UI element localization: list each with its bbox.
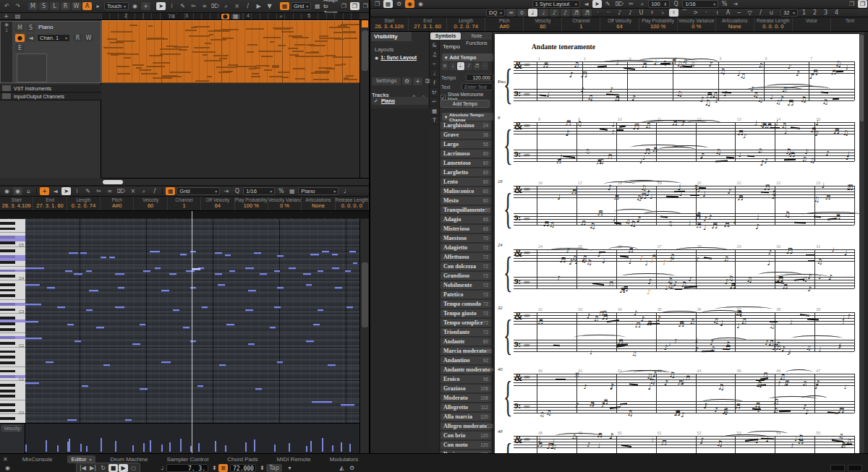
track-visibility-row[interactable]: ✓ Piano [372, 97, 428, 105]
info-field-off-velocity[interactable]: Off Velocity64 [600, 17, 639, 31]
tempo-preset-largo[interactable]: Largo56 [441, 140, 491, 148]
tempo-preset-adagietto[interactable]: Adagietto72 [441, 244, 491, 252]
tempo-preset-con-dolcezza[interactable]: Con dolcezza72 [441, 262, 491, 270]
info-field-articulations[interactable]: ArticulationsNone [716, 17, 754, 31]
midi-note[interactable] [306, 340, 314, 343]
symbol-category-icon-7[interactable]: ▦ [430, 106, 439, 116]
tempo-preset-tranquillamente[interactable]: Tranquillamente60 [441, 206, 491, 214]
info-field-play-probability[interactable]: Play Probability100 % [639, 17, 678, 31]
folder-track-input-output-channels[interactable]: Input/Output Channels [0, 93, 101, 100]
ruler-zoom-icon[interactable]: ⌕ [276, 14, 286, 20]
track-name[interactable]: Piano [38, 24, 53, 30]
black-key[interactable] [0, 356, 15, 359]
midi-note[interactable] [140, 324, 145, 326]
zone-toggle-2[interactable]: ❐ [858, 0, 867, 8]
velocity-bar[interactable] [57, 445, 59, 452]
midi-note[interactable] [86, 270, 92, 273]
velocity-bar[interactable] [310, 441, 312, 452]
velocity-bar[interactable] [198, 443, 200, 452]
project-vscrollbar[interactable] [359, 20, 369, 178]
midi-note[interactable] [169, 273, 176, 275]
midi-note[interactable] [274, 270, 280, 273]
velocity-bar[interactable] [254, 439, 255, 452]
track-read-button[interactable]: R [73, 34, 82, 42]
voice-button-1[interactable]: 1 [799, 9, 809, 17]
midi-note[interactable] [260, 273, 267, 275]
midi-note[interactable] [65, 270, 72, 273]
midi-note[interactable] [74, 273, 82, 275]
check-icon[interactable]: ✓ [374, 98, 378, 104]
info-field-end[interactable]: End27. 3. 1. 60 [409, 17, 447, 31]
tempo-preset-maestoso[interactable]: Maestoso70 [441, 234, 491, 242]
dot-button-0[interactable]: · [593, 9, 603, 17]
velocity-spinner[interactable]: 100⬍ [648, 0, 670, 8]
velocity-bar[interactable] [101, 438, 102, 452]
midi-note[interactable] [101, 257, 106, 259]
grid-type-dropdown[interactable]: Grid▾ [176, 187, 220, 195]
selected-note-glyph[interactable]: ♪ [639, 255, 644, 262]
midi-note[interactable] [274, 306, 281, 309]
symbol-category-icon-4[interactable]: f [430, 78, 439, 87]
articulation-button-1[interactable]: > [691, 9, 700, 17]
selected-note-glyph[interactable]: ♪ [663, 259, 667, 266]
black-key[interactable] [0, 403, 15, 406]
absolute-tempo-header[interactable]: ▾Absolute Tempo Change [442, 113, 493, 121]
midi-note[interactable] [25, 382, 39, 385]
add-tempo-header[interactable]: ▾Add Tempo [442, 53, 493, 61]
info-field-length[interactable]: Length0. 2. 0. 74 [67, 197, 101, 210]
midi-note[interactable] [82, 385, 88, 387]
cut-tool[interactable]: ✂ [94, 187, 103, 195]
velocity-bar[interactable] [274, 445, 276, 452]
grace-note-button-2[interactable]: U [637, 9, 646, 17]
midi-note[interactable] [353, 262, 357, 265]
info-field-pitch[interactable]: PitchA#0 [101, 197, 134, 210]
grace-note-button-1[interactable]: ♪ [626, 9, 635, 17]
velocity-bar[interactable] [25, 445, 27, 452]
mute-all-button[interactable]: M [28, 2, 38, 10]
midi-note[interactable] [86, 309, 93, 312]
record-button[interactable]: ○ [129, 464, 138, 472]
dot-button-1[interactable]: ·· [604, 9, 613, 17]
tab-caret-icon[interactable]: ▾ [89, 457, 91, 462]
erase-tool[interactable]: ⌦ [614, 0, 625, 8]
midi-note[interactable] [318, 270, 323, 273]
midi-note[interactable] [25, 338, 42, 340]
black-key[interactable] [0, 390, 15, 392]
folder-track-vst-instruments[interactable]: VST Instruments [0, 85, 101, 93]
tempo-preset-con-moto[interactable]: Con moto120 [441, 441, 491, 449]
velocity-bar[interactable] [115, 441, 116, 452]
midi-note[interactable] [349, 251, 356, 253]
tempo-display[interactable]: 72.000 [230, 464, 256, 472]
tempo-preset-lento[interactable]: Lento60 [441, 178, 491, 186]
note-value-button-7[interactable]: ♬ [582, 9, 592, 17]
snap-grid-icon[interactable]: ▦ [166, 187, 175, 195]
tempo-value-field[interactable]: 120.000 [466, 74, 493, 81]
zoom-tool[interactable]: ⌕ [139, 187, 148, 195]
lower-tab-drum-machine[interactable]: Drum Machine [106, 455, 152, 463]
velocity-bar[interactable] [349, 444, 351, 452]
midi-note[interactable] [143, 270, 150, 273]
play-tool[interactable]: ▶ [254, 2, 263, 10]
tempo-preset-patetico[interactable]: Patetico72 [441, 291, 491, 299]
white-key[interactable] [0, 332, 25, 333]
track-dropdown[interactable]: Piano▾ [298, 187, 339, 195]
velocity-bar[interactable] [80, 444, 82, 452]
acoustic-feedback-icon[interactable]: ◄ [582, 0, 591, 8]
midi-input-icon[interactable]: ♩ [340, 187, 349, 195]
zoom-tool[interactable]: ⌕ [637, 0, 647, 8]
lower-tab-chord-pads[interactable]: Chord Pads [223, 455, 262, 463]
solo-editor-button[interactable]: ◉ [13, 187, 22, 195]
tempo-preset-moderato[interactable]: Moderato108 [441, 394, 491, 402]
part-list-icon[interactable]: ⌂ [24, 187, 33, 195]
mute-tool[interactable]: × [232, 2, 242, 10]
velocity-lane[interactable]: Velocity [0, 423, 359, 453]
note-value-button-1[interactable]: o [517, 9, 527, 17]
midi-note[interactable] [25, 321, 38, 323]
tab-symbols[interactable]: Symbols [430, 33, 461, 40]
midi-note[interactable] [25, 267, 44, 270]
info-field-velocity-variance[interactable]: Velocity Variance0 % [268, 197, 302, 210]
tempo-preset-grave[interactable]: Grave36 [441, 131, 491, 139]
symbol-category-icon-3[interactable]: ♩ [430, 69, 439, 78]
info-icon[interactable]: ◉ [416, 0, 425, 8]
midi-note[interactable] [118, 287, 124, 289]
